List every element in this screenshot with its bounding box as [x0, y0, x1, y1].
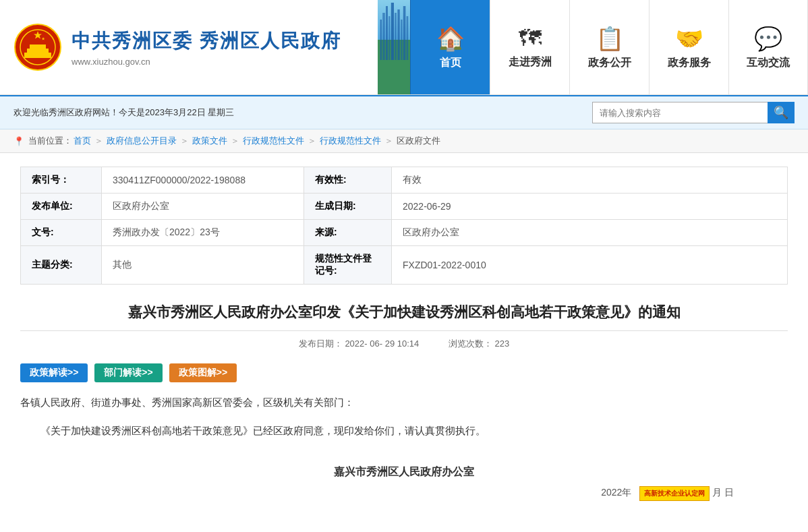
svg-rect-11	[388, 16, 390, 60]
map-icon: 🗺	[519, 25, 542, 51]
main-content: 索引号： 330411ZF000000/2022-198088 有效性: 有效 …	[0, 153, 808, 514]
search-button[interactable]: 🔍	[768, 102, 795, 123]
view-label: 浏览次数：	[449, 338, 492, 349]
home-label: 首页	[440, 56, 461, 70]
value-fabudanwei: 区政府办公室	[102, 194, 304, 220]
value-suoyinhao: 330411ZF000000/2022-198088	[102, 167, 304, 194]
search-input[interactable]	[592, 102, 768, 123]
table-row: 主题分类: 其他 规范性文件登记号: FXZD01-2022-0010	[21, 246, 788, 285]
publish-date: 2022- 06- 29 10:14	[345, 338, 419, 349]
article-divider	[20, 330, 788, 331]
tag-dept-read[interactable]: 部门解读>>	[94, 363, 162, 382]
breadcrumb: 📍 当前位置： 首页 ＞ 政府信息公开目录 ＞ 政策文件 ＞ 行政规范性文件 ＞…	[0, 129, 808, 153]
tag-policy-read[interactable]: 政策解读>>	[20, 363, 88, 382]
doc-icon: 📋	[596, 25, 624, 52]
value-guifanxing: FXZD01-2022-0010	[392, 246, 788, 285]
value-wenhao: 秀洲政办发〔2022〕23号	[102, 220, 304, 246]
watermark-text: 高新技术企业认定网	[644, 490, 705, 497]
logo-subtitle: www.xiuzhou.gov.cn	[71, 57, 341, 67]
breadcrumb-sep-4: ＞	[308, 135, 316, 147]
tag-area: 政策解读>> 部门解读>> 政策图解>>	[20, 363, 788, 382]
svg-rect-2	[24, 53, 51, 58]
value-shengchengrqi: 2022-06-29	[392, 194, 788, 220]
article-title: 嘉兴市秀洲区人民政府办公室印发《关于加快建设秀洲区科创高地若干政策意见》的通知	[20, 301, 788, 324]
table-row: 文号: 秀洲政办发〔2022〕23号 来源: 区政府办公室	[21, 220, 788, 246]
publish-label: 发布日期：	[299, 338, 343, 349]
svg-rect-9	[382, 13, 385, 60]
header: 中共秀洲区委 秀洲区人民政府 www.xiuzhou.gov.cn 🏠 首页 🗺	[0, 0, 808, 95]
breadcrumb-home[interactable]: 首页	[74, 135, 91, 147]
svg-rect-13	[395, 13, 397, 60]
location-pin-icon: 📍	[13, 136, 24, 146]
label-laiyuan: 来源:	[304, 220, 392, 246]
nav-bar: 🏠 首页 🗺 走进秀洲 📋 政务公开 🤝 政务服务 💬 互动交流	[410, 0, 808, 94]
breadcrumb-sep-3: ＞	[231, 135, 239, 147]
handshake-icon: 🤝	[675, 25, 703, 52]
breadcrumb-norm1[interactable]: 行政规范性文件	[243, 135, 304, 147]
breadcrumb-policy[interactable]: 政策文件	[192, 135, 227, 147]
nav-item-gov-open[interactable]: 📋 政务公开	[569, 0, 649, 94]
svg-rect-10	[386, 6, 388, 60]
article-date-area: 2022年 高新技术企业认定网 月 日	[20, 486, 788, 501]
breadcrumb-gov-info[interactable]: 政府信息公开目录	[107, 135, 177, 147]
value-youxiaoxing: 有效	[392, 167, 788, 194]
search-area: 🔍	[592, 102, 795, 123]
logo-title: 中共秀洲区委 秀洲区人民政府	[71, 28, 341, 54]
gov-open-label: 政务公开	[588, 56, 631, 70]
svg-rect-16	[403, 6, 406, 60]
interact-label: 互动交流	[747, 56, 790, 70]
table-row: 发布单位: 区政府办公室 生成日期: 2022-06-29	[21, 194, 788, 220]
doc-info-table: 索引号： 330411ZF000000/2022-198088 有效性: 有效 …	[20, 167, 788, 285]
article-meta: 发布日期： 2022- 06- 29 10:14 浏览次数： 223	[20, 338, 788, 350]
article-date: 2022年	[601, 487, 631, 498]
home-icon: 🏠	[436, 25, 465, 52]
svg-rect-4	[30, 45, 46, 49]
svg-rect-15	[401, 20, 402, 60]
label-fabudanwei: 发布单位:	[21, 194, 102, 220]
article-date-suffix: 月 日	[712, 487, 734, 498]
label-suoyinhao: 索引号：	[21, 167, 102, 194]
watermark-overlay: 高新技术企业认定网	[639, 486, 710, 501]
article-sign: 嘉兴市秀洲区人民政府办公室	[20, 465, 788, 479]
value-zhutifenlei: 其他	[102, 246, 304, 285]
svg-rect-8	[380, 20, 382, 60]
breadcrumb-sep-1: ＞	[94, 135, 103, 147]
svg-rect-12	[391, 3, 394, 60]
nav-item-about[interactable]: 🗺 走进秀洲	[490, 0, 569, 94]
label-youxiaoxing: 有效性:	[304, 167, 392, 194]
value-laiyuan: 区政府办公室	[392, 220, 788, 246]
gov-service-label: 政务服务	[668, 56, 711, 70]
svg-rect-17	[407, 16, 409, 60]
logo-text: 中共秀洲区委 秀洲区人民政府 www.xiuzhou.gov.cn	[71, 28, 341, 67]
breadcrumb-location-label: 当前位置：	[28, 135, 72, 147]
body-para2: 《关于加快建设秀洲区科创高地若干政策意见》已经区政府同意，现印发给你们，请认真贯…	[20, 421, 788, 441]
about-label: 走进秀洲	[509, 55, 552, 69]
nav-item-interact[interactable]: 💬 互动交流	[728, 0, 808, 94]
city-image-area	[378, 0, 410, 94]
view-count: 223	[495, 338, 510, 349]
svg-rect-14	[397, 9, 399, 60]
svg-rect-3	[27, 49, 49, 53]
logo-emblem	[13, 23, 62, 71]
nav-item-home[interactable]: 🏠 首页	[410, 0, 490, 94]
breadcrumb-sep-5: ＞	[384, 135, 393, 147]
tag-policy-graphic[interactable]: 政策图解>>	[169, 363, 237, 382]
nav-item-gov-service[interactable]: 🤝 政务服务	[649, 0, 728, 94]
table-row: 索引号： 330411ZF000000/2022-198088 有效性: 有效	[21, 167, 788, 194]
label-wenhao: 文号:	[21, 220, 102, 246]
logo-area: 中共秀洲区委 秀洲区人民政府 www.xiuzhou.gov.cn	[0, 0, 378, 94]
label-zhutifenlei: 主题分类:	[21, 246, 102, 285]
breadcrumb-norm2[interactable]: 行政规范性文件	[320, 135, 381, 147]
welcome-bar: 欢迎光临秀洲区政府网站！今天是2023年3月22日 星期三 🔍	[0, 95, 808, 129]
label-guifanxing: 规范性文件登记号:	[304, 246, 392, 285]
label-shengchengrqi: 生成日期:	[304, 194, 392, 220]
welcome-text: 欢迎光临秀洲区政府网站！今天是2023年3月22日 星期三	[13, 107, 234, 119]
article-body: 各镇人民政府、街道办事处、秀洲国家高新区管委会，区级机关有关部门： 《关于加快建…	[20, 393, 788, 441]
breadcrumb-sep-2: ＞	[180, 135, 189, 147]
breadcrumb-current: 区政府文件	[397, 135, 440, 147]
chat-icon: 💬	[754, 25, 782, 52]
body-para1: 各镇人民政府、街道办事处、秀洲国家高新区管委会，区级机关有关部门：	[20, 393, 788, 413]
